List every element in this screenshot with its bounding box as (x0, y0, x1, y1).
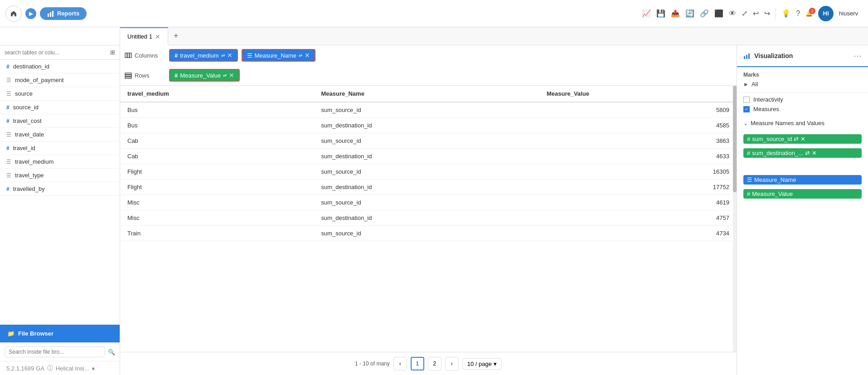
grid-view-icon[interactable]: ⊞ (110, 49, 115, 56)
cell-travel_medium: Misc (120, 195, 314, 210)
table-row: Flight sum_destination_id 17752 (120, 180, 737, 195)
sidebar: ⊞ # destination_id ☰ mode_of_payment ☰ s… (0, 45, 120, 375)
table-header-row: travel_medium Measure_Name Measure_Value (120, 86, 737, 102)
interactivity-checkbox[interactable] (743, 97, 750, 103)
table-row: Misc sum_source_id 4619 (120, 195, 737, 210)
sidebar-item-travel_type[interactable]: ☰ travel_type (0, 169, 120, 182)
folder-icon: 📁 (7, 330, 15, 337)
page-2-button[interactable]: 2 (428, 357, 441, 370)
sidebar-item-travel_cost[interactable]: # travel_cost (0, 114, 120, 128)
pill-close-icon[interactable]: ✕ (229, 72, 234, 79)
reports-label: Reports (57, 10, 79, 17)
sidebar-item-travel_medium[interactable]: ☰ travel_medium (0, 155, 120, 169)
col-header-travel_medium: travel_medium (120, 86, 314, 102)
chart-icon[interactable]: 📈 (642, 9, 651, 18)
cell-travel_medium: Train (120, 226, 314, 241)
layout-icon[interactable]: ⬛ (714, 9, 723, 18)
sidebar-item-travelled_by[interactable]: # travelled_by (0, 182, 120, 196)
tab-untitled[interactable]: Untitled 1 ✕ (120, 27, 168, 45)
cell-measure_value: 4619 (539, 195, 737, 210)
cell-measure_value: 5809 (539, 102, 737, 118)
export-icon[interactable]: 📤 (671, 9, 680, 18)
redo-icon[interactable]: ↪ (764, 9, 770, 18)
cell-measure_name: sum_destination_id (314, 149, 539, 164)
table-row: Cab sum_source_id 3863 (120, 133, 737, 149)
file-search-input[interactable] (5, 346, 105, 357)
file-browser-item[interactable]: 📁 File Browser (0, 325, 120, 342)
marks-arrow-icon: ► (743, 81, 749, 88)
marks-checks: Interactivity ✓ Measures (737, 93, 868, 116)
marks-all-label: All (752, 81, 758, 88)
pill-hash-icon: # (175, 72, 178, 79)
prev-page-button[interactable]: ‹ (393, 357, 407, 370)
bulb-icon[interactable]: 💡 (781, 9, 790, 18)
table-row: Bus sum_source_id 5809 (120, 102, 737, 118)
right-pill-sum_source_id[interactable]: # sum_source_id ⇄ ✕ (743, 134, 862, 144)
cell-measure_value: 3863 (539, 133, 737, 149)
scrollbar-thumb (733, 86, 737, 192)
measures-expand-row[interactable]: ⌄ Measure Names and Values (743, 120, 862, 127)
page-1-button[interactable]: 1 (411, 357, 424, 370)
pill-close-icon[interactable]: ✕ (227, 52, 233, 59)
cell-measure_value: 4585 (539, 118, 737, 133)
sidebar-item-travel_date[interactable]: ☰ travel_date (0, 128, 120, 141)
share-icon[interactable]: 🔗 (700, 9, 709, 18)
right-pill-measure_value[interactable]: # Measure_Value (743, 189, 862, 199)
notification-badge: 2 (809, 8, 815, 14)
reports-nav[interactable]: Reports (40, 7, 87, 20)
undo-icon[interactable]: ↩ (753, 9, 759, 18)
measures-checkbox[interactable]: ✓ (743, 106, 750, 112)
right-pill-sum_destination_id[interactable]: # sum_destination_... ⇄ ✕ (743, 148, 862, 158)
tab-close-icon[interactable]: ✕ (155, 33, 160, 40)
help-icon[interactable]: ? (796, 10, 800, 18)
next-page-button[interactable]: › (445, 357, 459, 370)
more-options-button[interactable]: ⋯ (853, 51, 862, 61)
svg-rect-10 (746, 55, 747, 59)
sidebar-item-destination_id[interactable]: # destination_id (0, 60, 120, 73)
top-row: ▶ Reports 📈 💾 📤 🔄 🔗 ⬛ 👁 ⤢ ↩ ↪ 💡 ? 🔔 2 (0, 0, 868, 27)
notification-bell[interactable]: 🔔 2 (805, 10, 813, 17)
expand-arrow[interactable]: ▶ (25, 8, 36, 19)
per-page-select[interactable]: 10 / page ▾ (462, 358, 502, 370)
cell-travel_medium: Cab (120, 133, 314, 149)
cell-travel_medium: Bus (120, 118, 314, 133)
main-layout: ⊞ # destination_id ☰ mode_of_payment ☰ s… (0, 45, 868, 375)
pill-move-icon[interactable]: ⇄ (221, 53, 225, 58)
columns-rows-bar: Columns # travel_medium ⇄ ✕ ☰ Measure_Na… (120, 45, 737, 86)
cell-travel_medium: Flight (120, 164, 314, 180)
pill-close-icon[interactable]: ✕ (812, 150, 817, 156)
pill-move-icon[interactable]: ⇄ (223, 73, 227, 78)
measures-check-row: ✓ Measures (743, 106, 862, 112)
refresh-icon[interactable]: 🔄 (685, 9, 694, 18)
sidebar-item-source_id[interactable]: # source_id (0, 101, 120, 114)
sidebar-item-travel_id[interactable]: # travel_id (0, 141, 120, 155)
pill-label: sum_destination_... (752, 150, 803, 156)
right-panel-title: Visualization (754, 52, 850, 59)
rows-pill-measure_value[interactable]: # Measure_Value ⇄ ✕ (169, 69, 240, 82)
pill-close-icon[interactable]: ✕ (800, 136, 805, 142)
columns-pill-travel_medium[interactable]: # travel_medium ⇄ ✕ (169, 49, 238, 62)
right-pills: # sum_source_id ⇄ ✕ # sum_destination_..… (737, 130, 868, 162)
table-scrollbar[interactable] (733, 86, 737, 352)
user-avatar[interactable]: HI (818, 6, 834, 21)
expand-icon[interactable]: ⤢ (742, 9, 747, 18)
sidebar-item-source[interactable]: ☰ source (0, 87, 120, 101)
pill-close-icon[interactable]: ✕ (305, 52, 310, 59)
search-input[interactable] (5, 49, 107, 56)
pill-move-icon[interactable]: ⇄ (794, 136, 799, 142)
columns-pill-measure_name[interactable]: ☰ Measure_Name ⇄ ✕ (242, 49, 316, 62)
eye-icon[interactable]: 👁 (729, 10, 736, 18)
tab-add-button[interactable]: + (168, 31, 184, 41)
save-icon[interactable]: 💾 (656, 9, 665, 18)
doc-icon: ☰ (6, 91, 11, 97)
home-button[interactable] (5, 5, 22, 22)
doc-icon: ☰ (6, 131, 11, 138)
pill-hash-icon: # (175, 52, 178, 59)
sidebar-item-mode_of_payment[interactable]: ☰ mode_of_payment (0, 73, 120, 87)
pill-move-icon[interactable]: ⇄ (805, 150, 810, 156)
pill-hash-icon: # (747, 150, 750, 156)
pill-move-icon[interactable]: ⇄ (299, 53, 302, 58)
table-row: Cab sum_destination_id 4633 (120, 149, 737, 164)
file-search-icon[interactable]: 🔍 (108, 349, 115, 356)
right-pill-measure_name[interactable]: ☰ Measure_Name (743, 175, 862, 185)
